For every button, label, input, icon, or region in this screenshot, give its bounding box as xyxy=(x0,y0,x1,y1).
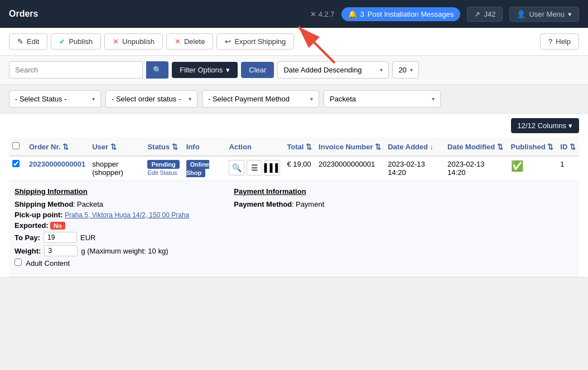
weight-row: Weight: g (Maximum weight: 10 kg) xyxy=(15,245,189,256)
exported-badge: No xyxy=(50,222,65,230)
td-order-nr: 20230000000001 xyxy=(26,156,89,181)
th-info: Info xyxy=(183,138,226,156)
search-input[interactable] xyxy=(9,61,143,79)
count-dropdown[interactable]: 20 ▾ xyxy=(392,61,418,79)
edit-status-link[interactable]: Edit Status xyxy=(147,169,177,176)
adult-content-row: Adult Content xyxy=(15,259,189,267)
td-checkbox[interactable] xyxy=(9,156,26,181)
shipping-section: Shipping Information Shipping Method: Pa… xyxy=(15,187,189,270)
td-published: ✅ xyxy=(508,156,557,181)
th-published[interactable]: Published ⇅ xyxy=(508,138,557,156)
td-date-added: 2023-02-13 14:20 xyxy=(384,156,444,181)
td-user: shopper (shopper) xyxy=(89,156,144,181)
th-action: Action xyxy=(225,138,283,156)
chevron-down-icon: ▾ xyxy=(92,96,95,102)
help-icon: ? xyxy=(548,37,552,46)
select-all-checkbox[interactable] xyxy=(12,142,20,149)
expanded-cell: Shipping Information Shipping Method: Pa… xyxy=(9,181,579,277)
order-link[interactable]: 20230000000001 xyxy=(29,160,85,168)
status-dropdown[interactable]: - Select Status - ▾ xyxy=(9,90,101,108)
search-button[interactable]: 🔍 xyxy=(146,61,168,79)
delete-button[interactable]: ✕ Delete xyxy=(166,33,214,50)
delete-icon: ✕ xyxy=(175,37,181,46)
topay-row: To Pay: EUR xyxy=(15,232,189,243)
user-icon: 👤 xyxy=(517,10,526,18)
view-icon[interactable]: 🔍 xyxy=(229,160,244,176)
table-header-row: Order Nr. ⇅ User ⇅ Status ⇅ Info Action … xyxy=(9,138,579,156)
expanded-content: Shipping Information Shipping Method: Pa… xyxy=(15,187,573,270)
filter-bar: 🔍 Filter Options ▾ Clear Date Added Desc… xyxy=(0,56,588,85)
toolbar: ✎ Edit ✔ Publish ✕ Unpublish ✕ Delete ↩ … xyxy=(0,28,588,56)
bell-icon: 🔔 xyxy=(348,10,357,18)
chevron-down-icon: ▾ xyxy=(568,121,572,130)
chevron-down-icon: ▾ xyxy=(310,96,313,102)
j42-button[interactable]: ↗ J42 xyxy=(467,7,503,22)
publish-button[interactable]: ✔ Publish xyxy=(51,33,101,50)
status-bar: - Select Status - ▾ - Select order statu… xyxy=(0,85,588,114)
th-total[interactable]: Total ⇅ xyxy=(283,138,315,156)
edit-icon: ✎ xyxy=(17,37,23,46)
joomla-icon: ✕ xyxy=(310,10,316,18)
order-status-dropdown[interactable]: - Select order status - ▾ xyxy=(105,90,197,108)
published-icon: ✅ xyxy=(511,160,523,172)
adult-content-checkbox[interactable] xyxy=(15,259,22,266)
th-id: ID ⇅ xyxy=(557,138,579,156)
header: Orders ✕ 4.2.7 🔔 3 Post Installation Mes… xyxy=(0,0,588,28)
pickup-link[interactable]: Praha 5, Viktora Huga 14/2, 150 00 Praha xyxy=(65,211,189,219)
chevron-down-icon: ▾ xyxy=(189,96,191,102)
post-install-button[interactable]: 🔔 3 Post Installation Messages xyxy=(341,7,461,21)
edit-button[interactable]: ✎ Edit xyxy=(9,33,47,50)
td-date-modified: 2023-02-13 14:20 xyxy=(444,156,508,181)
action-icons: 🔍 ☰ ▌▌▌ xyxy=(229,160,280,176)
columns-button[interactable]: 12/12 Columns ▾ xyxy=(511,118,579,133)
th-date-modified[interactable]: Date Modified ⇅ xyxy=(444,138,508,156)
td-status: Pending Edit Status xyxy=(144,156,182,181)
chevron-down-icon: ▾ xyxy=(410,67,413,73)
packeta-dropdown[interactable]: Packeta ▾ xyxy=(324,90,441,108)
expanded-row: Shipping Information Shipping Method: Pa… xyxy=(9,181,579,277)
th-checkbox xyxy=(9,138,26,156)
export-shipping-button[interactable]: ↩ Export Shipping xyxy=(216,33,294,50)
info-badge: Online Shop xyxy=(186,160,209,177)
payment-method-dropdown[interactable]: - Select Payment Method ▾ xyxy=(202,90,319,108)
barcode-icon[interactable]: ▌▌▌ xyxy=(264,160,280,176)
chevron-down-icon: ▾ xyxy=(226,66,230,74)
exported-row: Exported: No xyxy=(15,221,189,230)
unpublish-button[interactable]: ✕ Unpublish xyxy=(104,33,163,50)
th-user[interactable]: User ⇅ xyxy=(89,138,144,156)
td-id: 1 xyxy=(557,156,579,181)
weight-input[interactable] xyxy=(44,245,78,256)
th-order-nr[interactable]: Order Nr. ⇅ xyxy=(26,138,89,156)
sort-dropdown[interactable]: Date Added Descending ▾ xyxy=(277,61,389,79)
chevron-down-icon: ▾ xyxy=(568,10,572,18)
share-icon: ↩ xyxy=(225,37,231,46)
payment-method: Payment Method: Payment xyxy=(234,200,324,208)
footer-divider xyxy=(0,277,588,278)
payment-section: Payment Information Payment Method: Paym… xyxy=(234,187,324,270)
columns-btn-row: 12/12 Columns ▾ xyxy=(9,114,579,138)
clear-button[interactable]: Clear xyxy=(241,62,274,78)
shipping-method: Shipping Method: Packeta xyxy=(15,200,189,208)
filter-options-button[interactable]: Filter Options ▾ xyxy=(172,62,238,78)
topay-input[interactable] xyxy=(44,232,77,243)
page-title: Orders xyxy=(9,9,303,19)
th-date-added[interactable]: Date Added ↓ xyxy=(384,138,444,156)
td-info: Online Shop xyxy=(183,156,226,181)
th-invoice[interactable]: Invoice Number ⇅ xyxy=(315,138,384,156)
orders-table: Order Nr. ⇅ User ⇅ Status ⇅ Info Action … xyxy=(9,138,579,277)
td-action: 🔍 ☰ ▌▌▌ xyxy=(225,156,283,181)
version-label: ✕ 4.2.7 xyxy=(310,10,335,18)
payment-title: Payment Information xyxy=(234,187,324,196)
row-checkbox[interactable] xyxy=(12,160,20,167)
help-button[interactable]: ? Help xyxy=(540,33,579,50)
td-total: € 19,00 xyxy=(283,156,315,181)
status-badge: Pending xyxy=(147,160,179,169)
search-icon: 🔍 xyxy=(153,66,162,74)
list-icon[interactable]: ☰ xyxy=(247,160,262,176)
chevron-down-icon: ▾ xyxy=(380,67,383,73)
table-row: 20230000000001 shopper (shopper) Pending… xyxy=(9,156,579,181)
th-status[interactable]: Status ⇅ xyxy=(144,138,182,156)
check-icon: ✔ xyxy=(59,37,65,46)
external-icon: ↗ xyxy=(474,10,480,18)
user-menu-button[interactable]: 👤 User Menu ▾ xyxy=(509,7,579,22)
